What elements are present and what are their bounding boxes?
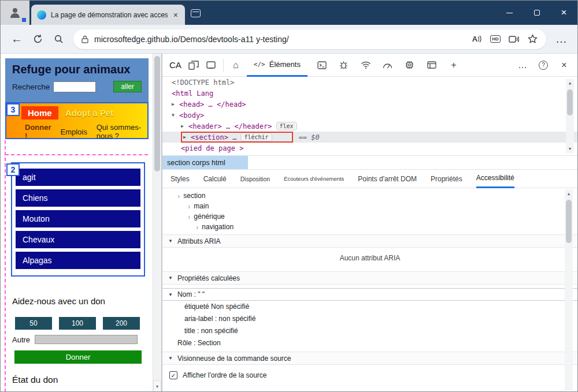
a11y-tree-node[interactable]: ›navigation	[162, 222, 577, 232]
flex-badge[interactable]: fléchir	[240, 133, 272, 141]
minimize-button[interactable]	[496, 1, 523, 25]
list-item[interactable]: agit	[16, 169, 140, 186]
expand-arrow-icon[interactable]: ▶	[181, 124, 188, 129]
computed-properties-header[interactable]: ▼Propriétés calculées	[162, 271, 577, 285]
list-item[interactable]: Chiens	[16, 189, 140, 207]
page-scrollbar-thumb[interactable]	[154, 56, 160, 171]
amount-button[interactable]: 200	[103, 317, 140, 330]
network-panel-button[interactable]	[357, 57, 375, 74]
tab-styles[interactable]: Styles	[171, 169, 190, 188]
network-wifi-icon	[361, 61, 371, 69]
scroll-down-button[interactable]: ▼	[566, 145, 574, 153]
tree-node-body[interactable]: ▼<body>	[162, 110, 577, 121]
a11y-scrollbar-thumb[interactable]	[566, 200, 572, 243]
devtools-toolbar: CA ⌂ </> Éléments	[162, 54, 577, 77]
nav-home-link[interactable]: Home	[21, 106, 58, 120]
tab-computed[interactable]: Calculé	[203, 169, 227, 188]
tree-scrollbar[interactable]: ▲ ▼	[566, 79, 574, 153]
tree-node-header[interactable]: ▶<header> … </header>flex	[162, 121, 577, 132]
browser-essentials-button[interactable]	[505, 30, 523, 48]
tab-actions-icon[interactable]	[191, 9, 201, 17]
tree-scrollbar-thumb[interactable]	[567, 89, 573, 115]
search-input[interactable]	[53, 81, 96, 92]
amount-button[interactable]: 100	[59, 317, 96, 330]
tree-node-html[interactable]: <html Lang	[162, 88, 577, 99]
screen-frame-button[interactable]	[202, 57, 220, 74]
scroll-up-button[interactable]: ▲	[565, 189, 573, 197]
computed-name-row[interactable]: ▼Nom : " "	[162, 288, 577, 301]
flex-badge[interactable]: flex	[276, 122, 297, 130]
tree-node-section-selected[interactable]: ▶<section> …fléchir == $0	[162, 132, 577, 143]
a11y-tree-node[interactable]: ›générique	[162, 211, 577, 222]
console-panel-button[interactable]	[313, 57, 331, 74]
tab-elements[interactable]: </> Éléments	[247, 54, 307, 77]
site-info-lock-icon[interactable]	[81, 35, 88, 43]
tab-accessibility[interactable]: Accessibilité	[476, 169, 514, 188]
tree-node-head[interactable]: ▶<head> … </head>	[162, 99, 577, 110]
favorites-button[interactable]	[523, 30, 542, 48]
tab-close-icon[interactable]: ×	[172, 10, 179, 20]
amount-button[interactable]: 50	[15, 317, 52, 330]
a11y-tree-node[interactable]: ›main	[162, 201, 577, 211]
settings-more-button[interactable]: …	[551, 29, 572, 50]
other-amount-input[interactable]	[35, 335, 138, 344]
read-aloud-button[interactable]: A	[468, 30, 486, 48]
url-text[interactable]: microsoftedge.github.io/Demos/devtools-a…	[94, 35, 468, 44]
donate-button[interactable]: Donner	[14, 350, 142, 364]
memory-panel-button[interactable]	[401, 57, 418, 74]
accessibility-pane: ›section ›main ›générique ›navigation ▼A…	[162, 188, 577, 392]
application-panel-button[interactable]	[423, 57, 440, 74]
list-item[interactable]: Mouton	[16, 210, 140, 227]
source-order-checkbox[interactable]: ✓	[169, 371, 177, 379]
list-item[interactable]: Alpagas	[16, 252, 140, 269]
hd-button[interactable]: HD	[486, 30, 505, 48]
nav-about-link[interactable]: Qui sommes-nous ?	[97, 123, 147, 140]
expand-arrow-icon[interactable]: ▶	[172, 102, 179, 107]
tree-node-doctype[interactable]: <!DOCTYPE html>	[162, 77, 577, 88]
profile-button[interactable]	[1, 1, 29, 25]
a11y-tree-node[interactable]: ›section	[162, 191, 577, 201]
nav-donate-link[interactable]: Donner !	[25, 123, 51, 140]
aria-attributes-header[interactable]: ▼Attributs ARIA	[162, 234, 577, 248]
chevron-right-icon[interactable]: ›	[177, 192, 180, 200]
browser-tab[interactable]: La page de démonstration avec accessibil…	[31, 5, 185, 25]
back-button[interactable]: ←	[6, 29, 27, 50]
expand-arrow-icon[interactable]: ▶	[183, 135, 191, 140]
address-bar[interactable]: microsoftedge.github.io/Demos/devtools-a…	[73, 29, 546, 49]
nav-jobs-link[interactable]: Emplois	[61, 128, 87, 136]
refresh-button[interactable]	[27, 29, 48, 50]
devtools-close-button[interactable]: ×	[555, 57, 573, 74]
device-toolbar-button[interactable]	[185, 57, 202, 74]
scroll-down-button[interactable]: ▼	[153, 380, 161, 392]
debugger-panel-button[interactable]	[335, 57, 353, 74]
collapse-arrow-icon[interactable]: ▼	[172, 113, 179, 118]
breadcrumb[interactable]: section corps html	[162, 156, 248, 169]
source-order-viewer-header[interactable]: ▼Visionneuse de la commande source	[162, 352, 577, 365]
close-button[interactable]: ×	[550, 1, 577, 25]
nav-adopt-link[interactable]: Adopt a Pet	[65, 108, 113, 118]
minimize-icon	[506, 13, 513, 13]
chevron-right-icon[interactable]: ›	[196, 223, 198, 231]
a11y-scrollbar[interactable]: ▲	[565, 189, 573, 390]
tab-event-listeners[interactable]: Écouteurs d'événements	[284, 169, 344, 188]
add-panel-button[interactable]: +	[445, 57, 462, 74]
devtools-more-menu-button[interactable]: …	[514, 57, 531, 74]
chevron-right-icon[interactable]: ›	[188, 213, 190, 221]
tree-node-footer[interactable]: <pied de page >	[162, 143, 577, 154]
tab-layout[interactable]: Disposition	[240, 169, 270, 188]
refresh-icon	[33, 34, 43, 44]
list-item[interactable]: Chevaux	[16, 231, 140, 248]
inspect-tool-label[interactable]: CA	[169, 60, 181, 70]
search-button[interactable]	[48, 29, 69, 50]
scroll-up-button[interactable]: ▲	[566, 79, 574, 87]
devtools-toolbar-right: … ? ×	[514, 57, 573, 74]
tab-dom-breakpoints[interactable]: Points d'arrêt DOM	[358, 169, 417, 188]
search-go-button[interactable]: aller	[113, 81, 142, 92]
chevron-right-icon[interactable]: ›	[188, 203, 190, 210]
maximize-button[interactable]	[523, 1, 550, 25]
devtools-help-button[interactable]: ?	[535, 57, 552, 74]
tab-properties[interactable]: Propriétés	[431, 169, 462, 188]
performance-panel-button[interactable]	[379, 57, 397, 74]
devtools-home-tab[interactable]: ⌂	[227, 57, 244, 74]
page-scrollbar[interactable]: ▼	[153, 54, 161, 392]
